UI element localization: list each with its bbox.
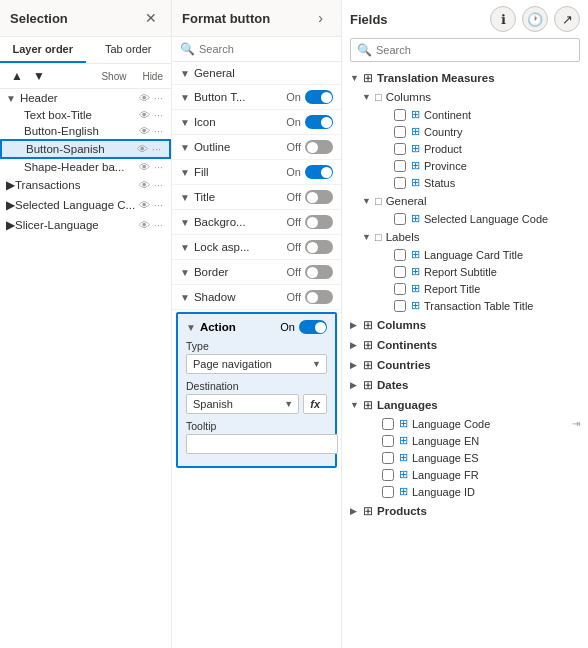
toggle-label-fill: On (286, 166, 301, 178)
tree-child-lang-fr[interactable]: ⊞ Language FR (346, 466, 584, 483)
tree-child-country[interactable]: ⊞ Country (358, 123, 584, 140)
show-header: Show (101, 71, 126, 82)
toggle-button-t[interactable] (305, 90, 333, 104)
tree-child-province[interactable]: ⊞ Province (358, 157, 584, 174)
tree-child-status[interactable]: ⊞ Status (358, 174, 584, 191)
tree-child-product[interactable]: ⊞ Product (358, 140, 584, 157)
destination-fx-button[interactable]: fx (303, 394, 327, 414)
checkbox-status[interactable] (394, 177, 406, 189)
checkbox-lang-card-title[interactable] (394, 249, 406, 261)
sel-item-button-english[interactable]: Button-English 👁 ··· (0, 123, 171, 139)
ellipsis-icon-english: ··· (154, 125, 163, 137)
group-header-languages[interactable]: ▼ ⊞ Languages (346, 395, 584, 415)
toggle-outline[interactable] (305, 140, 333, 154)
checkbox-lang-code[interactable] (382, 418, 394, 430)
field-icon-lang-code: ⊞ (399, 417, 408, 430)
field-icon-province: ⊞ (411, 159, 420, 172)
destination-row: Spanish English French German ▼ fx (186, 394, 327, 414)
clock-icon-button[interactable]: 🕐 (522, 6, 548, 32)
checkbox-lang-fr[interactable] (382, 469, 394, 481)
type-select[interactable]: Page navigation Bookmark Back Web URL Q&… (186, 354, 327, 374)
sel-item-button-spanish[interactable]: Button-Spanish 👁 ··· (0, 139, 171, 159)
tree-child-lang-card-title[interactable]: ⊞ Language Card Title (358, 246, 584, 263)
tree-child-lang-code[interactable]: ⊞ Language Code ⇥ (346, 415, 584, 432)
sel-item-selected-language[interactable]: ▶ Selected Language C... 👁 ··· (0, 195, 171, 215)
move-up-button[interactable]: ▲ (8, 68, 26, 84)
checkbox-report-subtitle[interactable] (394, 266, 406, 278)
group-header-products[interactable]: ▶ ⊞ Products (346, 501, 584, 521)
fmt-row-lock-asp[interactable]: ▼ Lock asp... Off (172, 235, 341, 260)
field-icon-product: ⊞ (411, 142, 420, 155)
checkbox-lang-id[interactable] (382, 486, 394, 498)
type-select-wrapper[interactable]: Page navigation Bookmark Back Web URL Q&… (186, 354, 327, 374)
toggle-title[interactable] (305, 190, 333, 204)
group-header-countries[interactable]: ▶ ⊞ Countries (346, 355, 584, 375)
tree-child-continent[interactable]: ⊞ Continent (358, 106, 584, 123)
label-translation-measures: Translation Measures (377, 72, 580, 84)
group-header-labels-sub[interactable]: ▼ □ Labels (358, 228, 584, 246)
tree-child-report-title[interactable]: ⊞ Report Title (358, 280, 584, 297)
toggle-background[interactable] (305, 215, 333, 229)
group-header-general-sub[interactable]: ▼ □ General (358, 192, 584, 210)
toggle-icon[interactable] (305, 115, 333, 129)
group-header-dates[interactable]: ▶ ⊞ Dates (346, 375, 584, 395)
checkbox-continent[interactable] (394, 109, 406, 121)
checkbox-country[interactable] (394, 126, 406, 138)
field-icon-lang-en: ⊞ (399, 434, 408, 447)
fmt-row-border[interactable]: ▼ Border Off (172, 260, 341, 285)
tree-child-report-subtitle[interactable]: ⊞ Report Subtitle (358, 263, 584, 280)
sel-item-shape-header[interactable]: Shape-Header ba... 👁 ··· (0, 159, 171, 175)
tree-child-lang-id[interactable]: ⊞ Language ID (346, 483, 584, 500)
format-search-bar[interactable]: 🔍 (172, 37, 341, 62)
destination-select-wrap[interactable]: Spanish English French German ▼ (186, 394, 299, 414)
tree-child-lang-en[interactable]: ⊞ Language EN (346, 432, 584, 449)
fmt-row-general[interactable]: ▼ General (172, 62, 341, 85)
sel-item-textbox-title[interactable]: Text box-Title 👁 ··· (0, 107, 171, 123)
checkbox-lang-es[interactable] (382, 452, 394, 464)
tree-child-transaction-table-title[interactable]: ⊞ Transaction Table Title (358, 297, 584, 314)
group-header-columns-top[interactable]: ▶ ⊞ Columns (346, 315, 584, 335)
tab-tab-order[interactable]: Tab order (86, 37, 172, 63)
sel-item-transactions[interactable]: ▶ Transactions 👁 ··· (0, 175, 171, 195)
info-icon-button[interactable]: ℹ (490, 6, 516, 32)
tree-child-selected-lang-code[interactable]: ⊞ Selected Language Code (358, 210, 584, 227)
toggle-shadow[interactable] (305, 290, 333, 304)
tab-layer-order[interactable]: Layer order (0, 37, 86, 63)
fmt-row-icon[interactable]: ▼ Icon On (172, 110, 341, 135)
tooltip-input[interactable] (186, 434, 338, 454)
group-header-continents[interactable]: ▶ ⊞ Continents (346, 335, 584, 355)
checkbox-product[interactable] (394, 143, 406, 155)
group-header-translation-measures[interactable]: ▼ ⊞ Translation Measures (346, 68, 584, 88)
fmt-row-shadow[interactable]: ▼ Shadow Off (172, 285, 341, 310)
toggle-border[interactable] (305, 265, 333, 279)
toggle-lock-asp[interactable] (305, 240, 333, 254)
field-label-lang-es: Language ES (412, 452, 580, 464)
group-header-columns[interactable]: ▼ □ Columns (358, 88, 584, 106)
fields-search-input[interactable] (376, 44, 573, 56)
selection-close-button[interactable]: ✕ (141, 8, 161, 28)
fmt-row-background[interactable]: ▼ Backgro... Off (172, 210, 341, 235)
share-icon-button[interactable]: ↗ (554, 6, 580, 32)
fields-search-bar[interactable]: 🔍 (350, 38, 580, 62)
sel-item-slicer-language[interactable]: ▶ Slicer-Language 👁 ··· (0, 215, 171, 235)
tree-child-lang-es[interactable]: ⊞ Language ES (346, 449, 584, 466)
format-expand-button[interactable]: › (314, 8, 327, 28)
fmt-row-title[interactable]: ▼ Title Off (172, 185, 341, 210)
fmt-row-fill[interactable]: ▼ Fill On (172, 160, 341, 185)
label-products: Products (377, 505, 580, 517)
fmt-row-outline[interactable]: ▼ Outline Off (172, 135, 341, 160)
checkbox-transaction-table-title[interactable] (394, 300, 406, 312)
checkbox-selected-lang-code[interactable] (394, 213, 406, 225)
format-search-input[interactable] (199, 43, 337, 55)
selection-group-header[interactable]: ▼ Header 👁 ··· (0, 89, 171, 107)
checkbox-lang-en[interactable] (382, 435, 394, 447)
move-down-button[interactable]: ▼ (30, 68, 48, 84)
checkbox-report-title[interactable] (394, 283, 406, 295)
toggle-fill[interactable] (305, 165, 333, 179)
chevron-slicer: ▶ (6, 218, 15, 232)
checkbox-province[interactable] (394, 160, 406, 172)
fmt-row-button-t[interactable]: ▼ Button T... On (172, 85, 341, 110)
destination-select[interactable]: Spanish English French German (186, 394, 299, 414)
field-label-report-title: Report Title (424, 283, 580, 295)
action-toggle[interactable] (299, 320, 327, 334)
